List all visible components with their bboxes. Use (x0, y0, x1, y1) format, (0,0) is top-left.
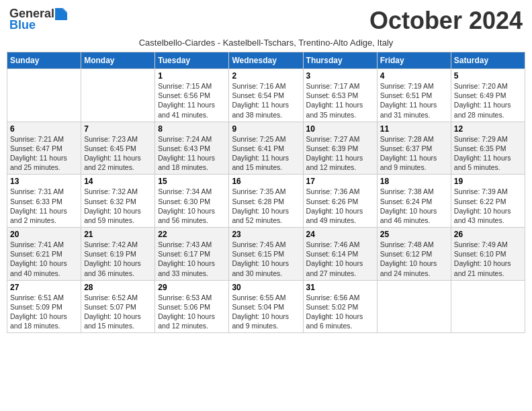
day-info: Sunrise: 7:23 AMSunset: 6:45 PMDaylight:… (84, 134, 152, 173)
calendar-cell: 11Sunrise: 7:28 AMSunset: 6:37 PMDayligh… (377, 122, 451, 175)
calendar-cell: 27Sunrise: 6:51 AMSunset: 5:09 PMDayligh… (7, 280, 81, 333)
calendar-cell: 31Sunrise: 6:56 AMSunset: 5:02 PMDayligh… (303, 280, 377, 333)
day-number: 30 (232, 283, 300, 292)
day-number: 3 (306, 71, 374, 81)
weekday-header: Tuesday (155, 52, 229, 69)
day-info: Sunrise: 7:19 AMSunset: 6:51 PMDaylight:… (380, 81, 448, 120)
calendar-cell: 24Sunrise: 7:46 AMSunset: 6:14 PMDayligh… (303, 228, 377, 281)
day-info: Sunrise: 7:35 AMSunset: 6:28 PMDaylight:… (232, 187, 300, 225)
day-number: 25 (380, 230, 448, 239)
calendar-cell: 22Sunrise: 7:43 AMSunset: 6:17 PMDayligh… (155, 228, 229, 281)
day-info: Sunrise: 7:42 AMSunset: 6:19 PMDaylight:… (84, 240, 152, 278)
day-number: 27 (10, 283, 78, 292)
day-info: Sunrise: 7:39 AMSunset: 6:22 PMDaylight:… (454, 187, 522, 225)
calendar-cell: 28Sunrise: 6:52 AMSunset: 5:07 PMDayligh… (81, 280, 155, 333)
day-info: Sunrise: 7:17 AMSunset: 6:53 PMDaylight:… (306, 81, 374, 120)
day-number: 9 (232, 124, 300, 134)
day-info: Sunrise: 6:51 AMSunset: 5:09 PMDaylight:… (10, 293, 78, 331)
calendar-cell: 2Sunrise: 7:16 AMSunset: 6:54 PMDaylight… (229, 69, 303, 122)
day-number: 10 (306, 124, 374, 134)
day-number: 8 (158, 124, 226, 134)
day-number: 17 (306, 177, 374, 186)
calendar-week-row: 20Sunrise: 7:41 AMSunset: 6:21 PMDayligh… (7, 228, 525, 281)
day-number: 28 (84, 283, 152, 292)
day-info: Sunrise: 6:52 AMSunset: 5:07 PMDaylight:… (84, 293, 152, 331)
day-info: Sunrise: 6:56 AMSunset: 5:02 PMDaylight:… (306, 293, 374, 331)
weekday-header: Sunday (7, 52, 81, 69)
calendar-cell: 17Sunrise: 7:36 AMSunset: 6:26 PMDayligh… (303, 175, 377, 228)
day-info: Sunrise: 7:38 AMSunset: 6:24 PMDaylight:… (380, 187, 448, 225)
calendar-week-row: 1Sunrise: 7:15 AMSunset: 6:56 PMDaylight… (7, 69, 525, 122)
weekday-header: Monday (81, 52, 155, 69)
day-info: Sunrise: 7:27 AMSunset: 6:39 PMDaylight:… (306, 134, 374, 173)
day-number: 7 (84, 124, 152, 134)
calendar-cell: 10Sunrise: 7:27 AMSunset: 6:39 PMDayligh… (303, 122, 377, 175)
calendar-cell: 21Sunrise: 7:42 AMSunset: 6:19 PMDayligh… (81, 228, 155, 281)
day-number: 23 (232, 230, 300, 239)
day-info: Sunrise: 7:16 AMSunset: 6:54 PMDaylight:… (232, 81, 300, 120)
calendar-cell: 14Sunrise: 7:32 AMSunset: 6:32 PMDayligh… (81, 175, 155, 228)
calendar-cell: 30Sunrise: 6:55 AMSunset: 5:04 PMDayligh… (229, 280, 303, 333)
logo-blue-text: Blue (9, 18, 36, 32)
day-info: Sunrise: 7:49 AMSunset: 6:10 PMDaylight:… (454, 240, 522, 278)
day-info: Sunrise: 7:31 AMSunset: 6:33 PMDaylight:… (10, 187, 78, 225)
day-number: 22 (158, 230, 226, 239)
day-info: Sunrise: 7:25 AMSunset: 6:41 PMDaylight:… (232, 134, 300, 173)
month-title: October 2024 (369, 7, 523, 35)
day-info: Sunrise: 7:32 AMSunset: 6:32 PMDaylight:… (84, 187, 152, 225)
logo: General Blue (9, 7, 67, 32)
calendar-header: SundayMondayTuesdayWednesdayThursdayFrid… (7, 52, 525, 69)
day-info: Sunrise: 7:45 AMSunset: 6:15 PMDaylight:… (232, 240, 300, 278)
day-info: Sunrise: 7:20 AMSunset: 6:49 PMDaylight:… (454, 81, 522, 120)
calendar-cell: 29Sunrise: 6:53 AMSunset: 5:06 PMDayligh… (155, 280, 229, 333)
calendar-table: SundayMondayTuesdayWednesdayThursdayFrid… (7, 52, 525, 333)
calendar-cell: 5Sunrise: 7:20 AMSunset: 6:49 PMDaylight… (451, 69, 525, 122)
day-number: 18 (380, 177, 448, 186)
calendar-cell: 18Sunrise: 7:38 AMSunset: 6:24 PMDayligh… (377, 175, 451, 228)
day-number: 2 (232, 71, 300, 81)
day-info: Sunrise: 7:21 AMSunset: 6:47 PMDaylight:… (10, 134, 78, 173)
day-info: Sunrise: 7:24 AMSunset: 6:43 PMDaylight:… (158, 134, 226, 173)
calendar-cell: 19Sunrise: 7:39 AMSunset: 6:22 PMDayligh… (451, 175, 525, 228)
day-info: Sunrise: 7:48 AMSunset: 6:12 PMDaylight:… (380, 240, 448, 278)
calendar-cell: 1Sunrise: 7:15 AMSunset: 6:56 PMDaylight… (155, 69, 229, 122)
calendar-cell: 4Sunrise: 7:19 AMSunset: 6:51 PMDaylight… (377, 69, 451, 122)
day-number: 1 (158, 71, 226, 81)
calendar-week-row: 13Sunrise: 7:31 AMSunset: 6:33 PMDayligh… (7, 175, 525, 228)
day-info: Sunrise: 7:34 AMSunset: 6:30 PMDaylight:… (158, 187, 226, 225)
day-number: 29 (158, 283, 226, 292)
calendar-cell: 3Sunrise: 7:17 AMSunset: 6:53 PMDaylight… (303, 69, 377, 122)
day-number: 11 (380, 124, 448, 134)
day-number: 31 (306, 283, 374, 292)
day-number: 20 (10, 230, 78, 239)
calendar-body: 1Sunrise: 7:15 AMSunset: 6:56 PMDaylight… (7, 69, 525, 333)
day-info: Sunrise: 6:53 AMSunset: 5:06 PMDaylight:… (158, 293, 226, 331)
day-info: Sunrise: 6:55 AMSunset: 5:04 PMDaylight:… (232, 293, 300, 331)
calendar-cell: 15Sunrise: 7:34 AMSunset: 6:30 PMDayligh… (155, 175, 229, 228)
logo-icon (55, 8, 67, 20)
calendar-subtitle: Castelbello-Ciardes - Kastelbell-Tschars… (7, 38, 525, 48)
calendar-week-row: 27Sunrise: 6:51 AMSunset: 5:09 PMDayligh… (7, 280, 525, 333)
calendar-cell: 16Sunrise: 7:35 AMSunset: 6:28 PMDayligh… (229, 175, 303, 228)
day-number: 14 (84, 177, 152, 186)
day-number: 13 (10, 177, 78, 186)
day-number: 6 (10, 124, 78, 134)
day-info: Sunrise: 7:15 AMSunset: 6:56 PMDaylight:… (158, 81, 226, 120)
calendar-cell (81, 69, 155, 122)
weekday-row: SundayMondayTuesdayWednesdayThursdayFrid… (7, 52, 525, 69)
weekday-header: Friday (377, 52, 451, 69)
day-info: Sunrise: 7:28 AMSunset: 6:37 PMDaylight:… (380, 134, 448, 173)
day-number: 24 (306, 230, 374, 239)
day-info: Sunrise: 7:36 AMSunset: 6:26 PMDaylight:… (306, 187, 374, 225)
calendar-cell: 20Sunrise: 7:41 AMSunset: 6:21 PMDayligh… (7, 228, 81, 281)
day-number: 26 (454, 230, 522, 239)
page-header: General Blue October 2024 (7, 7, 525, 35)
calendar-cell: 8Sunrise: 7:24 AMSunset: 6:43 PMDaylight… (155, 122, 229, 175)
day-info: Sunrise: 7:46 AMSunset: 6:14 PMDaylight:… (306, 240, 374, 278)
day-info: Sunrise: 7:29 AMSunset: 6:35 PMDaylight:… (454, 134, 522, 173)
calendar-cell: 9Sunrise: 7:25 AMSunset: 6:41 PMDaylight… (229, 122, 303, 175)
calendar-cell: 12Sunrise: 7:29 AMSunset: 6:35 PMDayligh… (451, 122, 525, 175)
day-number: 19 (454, 177, 522, 186)
calendar-cell (451, 280, 525, 333)
weekday-header: Thursday (303, 52, 377, 69)
